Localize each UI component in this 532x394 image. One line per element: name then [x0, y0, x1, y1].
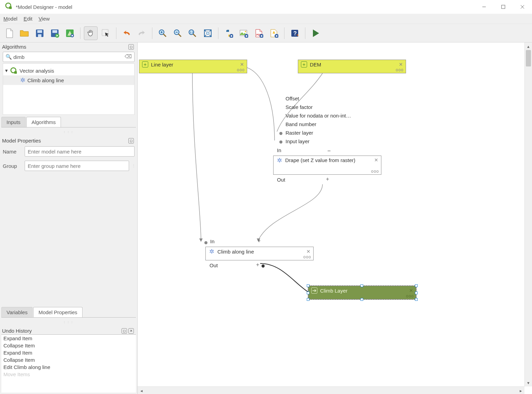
- expand-icon[interactable]: ▾: [5, 67, 8, 74]
- model-canvas[interactable]: + Line layer ✕ ooo + DEM ✕ ooo: [138, 42, 524, 386]
- dock-icon[interactable]: ◻: [128, 44, 134, 50]
- toolbar-separator: [152, 27, 152, 39]
- tree-group-row[interactable]: ▾ Vector analysis: [3, 66, 134, 75]
- tab-model-properties[interactable]: Model Properties: [33, 307, 82, 317]
- tabstrip: [1, 127, 136, 129]
- close-button[interactable]: [513, 0, 532, 14]
- tab-algorithms[interactable]: Algorithms: [26, 117, 61, 127]
- save-button[interactable]: [33, 26, 47, 40]
- node-close-icon[interactable]: ✕: [409, 288, 413, 293]
- algorithm-search-input[interactable]: [3, 52, 135, 62]
- zoom-in-button[interactable]: [156, 26, 169, 40]
- tree-algorithm-row[interactable]: ✲ Climb along line: [3, 75, 134, 85]
- save-as-button[interactable]: [48, 26, 62, 40]
- input-node-dem[interactable]: + DEM ✕ ooo: [298, 60, 406, 73]
- svg-rect-37: [14, 71, 17, 74]
- node-close-icon[interactable]: ✕: [240, 62, 244, 67]
- export-python-button[interactable]: [222, 26, 236, 40]
- node-menu-icon[interactable]: ooo: [406, 294, 414, 298]
- zoom-full-button[interactable]: [201, 26, 215, 40]
- node-menu-icon[interactable]: ooo: [396, 67, 404, 72]
- node-close-icon[interactable]: ✕: [306, 249, 311, 254]
- menu-model[interactable]: Model: [3, 16, 17, 22]
- svg-rect-7: [37, 30, 42, 33]
- model-name-input[interactable]: [25, 146, 135, 157]
- horizontal-scrollbar[interactable]: ◂ ▸: [138, 386, 524, 394]
- undo-button[interactable]: [120, 26, 134, 40]
- qgis-provider-icon: [10, 67, 17, 74]
- expand-out-icon[interactable]: +: [326, 176, 329, 182]
- node-menu-icon[interactable]: ooo: [371, 169, 379, 174]
- undo-item[interactable]: Edit Climb along line: [1, 364, 136, 371]
- panel-resize-handle[interactable]: ﹕﹕﹕: [0, 320, 137, 324]
- model-group-input[interactable]: [25, 161, 129, 171]
- properties-tabs: Variables Model Properties: [1, 307, 136, 317]
- expand-in-icon[interactable]: +: [257, 238, 261, 244]
- qgis-app-icon: [5, 2, 12, 12]
- scroll-right-icon[interactable]: ▸: [517, 387, 524, 394]
- undo-item[interactable]: Expand Item: [1, 349, 136, 356]
- plus-icon: +: [301, 61, 307, 67]
- model-properties-title: Model Properties ◻: [0, 136, 137, 144]
- algorithm-node-climb[interactable]: ✲ Climb along line ✕ ooo: [205, 247, 314, 260]
- undo-history-list[interactable]: Expand Item Collapse Item Expand Item Co…: [1, 334, 136, 393]
- undo-item[interactable]: Move Items: [1, 371, 136, 378]
- toolbar-separator: [116, 27, 116, 39]
- svg-rect-8: [38, 34, 41, 37]
- redo-button[interactable]: [135, 26, 149, 40]
- minimize-button[interactable]: [474, 0, 494, 14]
- select-tool-button[interactable]: [99, 26, 113, 40]
- algorithm-node-drape[interactable]: ✲ Drape (set Z value from raster) ✕ ooo: [273, 156, 381, 175]
- undo-item[interactable]: Collapse Item: [1, 356, 136, 364]
- minus-icon[interactable]: –: [328, 147, 330, 153]
- model-group-row: Group ⋮: [3, 161, 135, 171]
- export-pdf-button[interactable]: PDF: [252, 26, 266, 40]
- node-menu-icon[interactable]: ooo: [237, 67, 245, 72]
- dock-icon[interactable]: ◻: [128, 138, 134, 144]
- scroll-left-icon[interactable]: ◂: [138, 387, 145, 394]
- gear-icon: ✲: [276, 157, 282, 163]
- expand-out-icon[interactable]: +: [256, 262, 259, 268]
- scroll-thumb[interactable]: [526, 50, 531, 66]
- output-node-climb-layer[interactable]: ➔ Climb Layer ✕ ooo: [308, 286, 416, 299]
- tab-inputs[interactable]: Inputs: [1, 117, 26, 127]
- scroll-down-icon[interactable]: ▾: [525, 379, 532, 386]
- svg-text:1:1: 1:1: [190, 31, 194, 34]
- clear-search-icon[interactable]: ⌫: [125, 53, 132, 60]
- zoom-out-button[interactable]: [171, 26, 185, 40]
- menu-edit[interactable]: Edit: [24, 16, 33, 22]
- input-node-line-layer[interactable]: + Line layer ✕ ooo: [139, 60, 247, 73]
- scroll-up-icon[interactable]: ▴: [525, 42, 532, 50]
- port-dot: [262, 264, 265, 268]
- maximize-button[interactable]: [494, 0, 513, 14]
- node-label: Drape (set Z value from raster): [285, 157, 371, 163]
- tree-algorithm-label: Climb along line: [27, 77, 64, 83]
- save-in-project-button[interactable]: [63, 26, 77, 40]
- svg-rect-1: [9, 7, 12, 9]
- undo-item[interactable]: Collapse Item: [1, 342, 136, 349]
- pan-tool-button[interactable]: [84, 26, 98, 40]
- window-title: *Model Designer - model: [16, 4, 474, 10]
- vertical-scrollbar[interactable]: ▴ ▾: [524, 42, 532, 386]
- zoom-actual-button[interactable]: 1:1: [186, 26, 200, 40]
- node-menu-icon[interactable]: ooo: [303, 255, 311, 259]
- open-model-button[interactable]: [18, 26, 31, 40]
- export-svg-button[interactable]: [267, 26, 281, 40]
- menu-view[interactable]: View: [39, 16, 50, 22]
- help-button[interactable]: ?: [288, 26, 302, 40]
- new-model-button[interactable]: [3, 26, 16, 40]
- panel-resize-handle[interactable]: ﹕﹕﹕: [0, 130, 137, 134]
- titlebar: *Model Designer - model: [0, 0, 532, 14]
- node-close-icon[interactable]: ✕: [374, 157, 378, 163]
- export-image-button[interactable]: [237, 26, 251, 40]
- drag-handle-icon[interactable]: ⋮: [132, 165, 135, 167]
- tab-variables[interactable]: Variables: [1, 307, 33, 317]
- close-panel-icon[interactable]: ✕: [128, 328, 134, 334]
- drape-in-label: In: [277, 147, 281, 153]
- undo-item[interactable]: Expand Item: [1, 335, 136, 342]
- node-close-icon[interactable]: ✕: [399, 62, 403, 67]
- dock-icon[interactable]: ◻: [122, 328, 127, 334]
- run-model-button[interactable]: [309, 26, 322, 40]
- svg-rect-10: [52, 30, 57, 33]
- algorithm-tree[interactable]: ▾ Vector analysis ✲ Climb along line: [3, 63, 135, 115]
